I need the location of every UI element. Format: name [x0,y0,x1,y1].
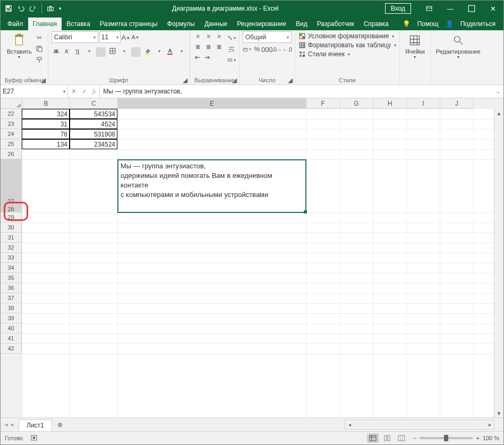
font-name-combo[interactable]: Calibri▾ [52,31,98,43]
col-header-E[interactable]: E [118,98,306,109]
row-header[interactable]: 33 [1,253,22,263]
share-icon[interactable]: 👤 [443,20,456,28]
share[interactable]: Поделиться [457,18,499,30]
tab-formulas[interactable]: Формулы [163,18,200,30]
cells-button[interactable]: Ячейки ▾ [403,31,427,61]
save-icon[interactable] [5,5,12,12]
tab-view[interactable]: Вид [291,18,312,30]
row-header[interactable]: 42 [1,344,22,354]
clipboard-dialog-icon[interactable]: ◢ [41,76,46,84]
expand-formula-bar-icon[interactable]: ⌄ [493,85,503,98]
align-left-icon[interactable]: ≣ [193,42,203,52]
tab-page-layout[interactable]: Разметка страницы [95,18,163,30]
cell-B23[interactable]: 31 [22,119,70,129]
tab-file[interactable]: Файл [3,18,28,30]
align-top-icon[interactable]: ≡ [193,31,203,41]
col-header-G[interactable]: G [340,98,373,109]
row-header[interactable]: 40 [1,323,22,333]
tab-home[interactable]: Главная [28,18,62,30]
row-header[interactable]: 24 [1,129,22,139]
accounting-icon[interactable]: ▾ [243,45,251,54]
maximize-button[interactable] [461,1,482,16]
increase-decimal-icon[interactable]: .0→ [273,45,281,54]
row-header[interactable]: 23 [1,119,22,129]
align-right-icon[interactable]: ≣ [215,42,224,52]
italic-button[interactable]: К [62,46,72,56]
row-header[interactable]: 22 [1,109,22,119]
cancel-entry-icon[interactable]: ✕ [71,88,76,95]
editing-button[interactable]: Редактирование ▾ [434,31,483,61]
scroll-down-icon[interactable]: ▼ [494,409,503,417]
cell-C23[interactable]: 4524 [70,119,117,129]
tab-help[interactable]: Справка [359,18,394,30]
row-header[interactable]: 31 [1,233,22,243]
macro-record-icon[interactable] [30,434,38,442]
number-format-combo[interactable]: Общий▾ [243,31,292,43]
tab-developer[interactable]: Разработчик [312,18,359,30]
tell-me[interactable]: Помощ [414,18,442,30]
col-header-I[interactable]: I [407,98,440,109]
scroll-right-icon[interactable]: ▸ [485,422,494,427]
decrease-decimal-icon[interactable]: ←.0 [283,45,292,54]
decrease-font-icon[interactable]: A▼ [131,33,140,41]
tab-review[interactable]: Рецензирование [232,18,291,30]
fx-icon[interactable]: fx [92,88,96,96]
vertical-scrollbar[interactable]: ▲ ▼ [494,109,503,417]
row-header[interactable]: 30 [1,222,22,233]
merge-icon[interactable]: ▾ [227,56,236,64]
row-header[interactable]: 36 [1,283,22,293]
row-header[interactable]: 25 [1,139,22,149]
cut-icon[interactable]: ✂ [35,33,44,42]
cell-C24[interactable]: 531908 [70,129,117,139]
align-center-icon[interactable]: ≣ [204,42,213,52]
scroll-left-icon[interactable]: ◂ [345,422,354,427]
page-layout-view-icon[interactable] [381,433,393,443]
underline-button[interactable]: Ч [73,46,82,56]
minimize-button[interactable]: — [440,1,461,16]
increase-font-icon[interactable]: A▲ [122,33,130,41]
row-header[interactable]: 26 [1,149,22,159]
paste-button[interactable]: Вставить ▾ [5,31,34,61]
scroll-up-icon[interactable]: ▲ [494,109,503,117]
fill-color-icon[interactable] [143,46,152,56]
cell-B25[interactable]: 134 [22,139,70,149]
name-box[interactable]: E27▾ [1,85,68,98]
bold-button[interactable]: Ж [52,46,61,56]
increase-indent-icon[interactable]: ⇥ [203,53,211,62]
number-dialog-icon[interactable]: ◢ [288,76,293,84]
cell-B22[interactable]: 324 [22,109,70,119]
tab-data[interactable]: Данные [200,18,232,30]
zoom-slider[interactable] [420,437,473,439]
sheet-nav-first-icon[interactable]: ◂ [5,421,8,428]
font-color-icon[interactable]: A [165,46,175,56]
comma-icon[interactable]: 000 [263,45,271,54]
ribbon-display-icon[interactable] [418,1,440,16]
align-middle-icon[interactable]: ≡ [204,31,213,41]
undo-icon[interactable] [17,5,24,12]
normal-view-icon[interactable] [367,433,379,443]
new-sheet-button[interactable]: ⊕ [54,419,66,431]
font-dialog-icon[interactable]: ◢ [183,76,187,84]
close-button[interactable]: ✕ [482,1,503,16]
row-header[interactable]: 38 [1,303,22,313]
border-icon[interactable] [108,46,117,56]
zoom-value[interactable]: 100 % [483,435,499,441]
col-header-H[interactable]: H [373,98,407,109]
align-bottom-icon[interactable]: ≡ [215,31,224,41]
redo-icon[interactable] [29,5,37,12]
row-header[interactable]: 39 [1,313,22,323]
select-all-corner[interactable] [1,98,22,109]
align-dialog-icon[interactable]: ◢ [232,76,237,84]
enter-entry-icon[interactable]: ✓ [82,88,87,95]
row-header[interactable]: 41 [1,333,22,344]
zoom-in-button[interactable]: + [476,435,479,441]
format-painter-icon[interactable] [35,56,44,64]
row-header[interactable]: 37 [1,293,22,303]
col-header-F[interactable]: F [306,98,340,109]
formula-input[interactable]: Мы — группа энтузиастов, [100,85,493,98]
sheet-nav-last-icon[interactable]: ▸ [11,421,14,428]
login-button[interactable]: Вход [385,3,411,14]
col-header-B[interactable]: B [22,98,70,109]
qat-customize-icon[interactable]: ▾ [59,6,62,11]
copy-icon[interactable] [35,45,44,53]
